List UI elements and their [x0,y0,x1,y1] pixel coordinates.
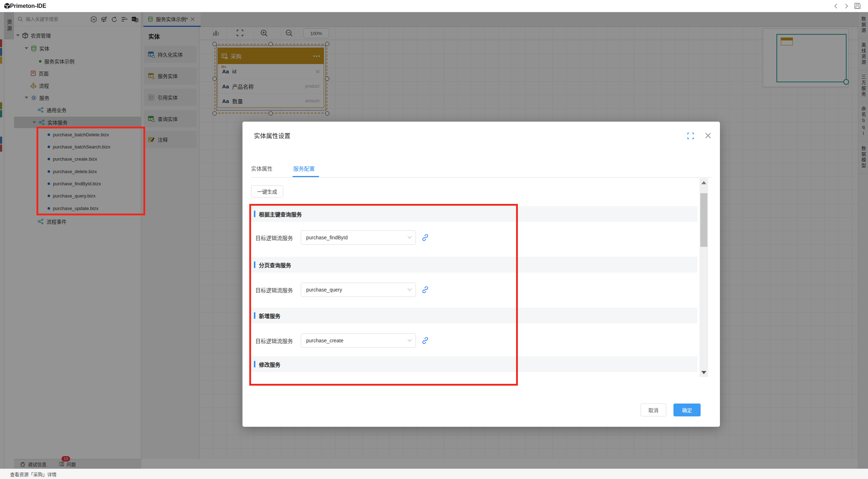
one-click-generate-button[interactable]: 一键生成 [251,185,283,197]
dialog-title: 实体属性设置 [254,131,290,140]
maximize-icon[interactable] [687,132,694,140]
nav-forward-icon[interactable] [843,3,849,9]
nav-back-icon[interactable] [833,3,839,9]
annotation-box-service-config [249,204,518,386]
scrollbar-thumb[interactable] [700,193,707,247]
ok-button[interactable]: 确定 [673,404,701,416]
title-bar: Primeton-IDE [0,0,868,12]
status-bar: 查看资源「采购」详情 [0,469,868,479]
dialog-scrollbar[interactable] [700,178,708,377]
annotation-box-tree-services [36,127,145,215]
scroll-up-icon[interactable] [701,181,706,184]
app-title: Primeton-IDE [10,3,46,9]
scroll-down-icon[interactable] [701,371,706,374]
primeton-ide-window: Primeton-IDE 资源 AI [0,0,868,479]
save-icon[interactable] [854,3,861,9]
cancel-button[interactable]: 取消 [641,404,666,416]
status-text: 查看资源「采购」详情 [10,471,57,478]
app-logo-icon [4,3,11,10]
dialog-tab-service-config[interactable]: 服务配置 [293,165,315,172]
dialog-tab-entity-properties[interactable]: 实体属性 [251,165,273,172]
close-icon[interactable] [705,132,712,139]
tab-divider [251,177,711,178]
